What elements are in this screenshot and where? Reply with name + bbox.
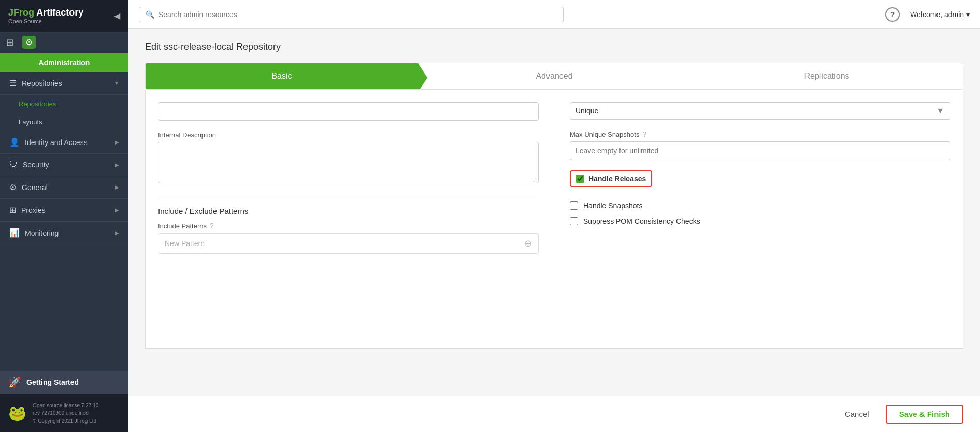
- chevron-right-icon: ▶: [115, 207, 119, 213]
- handle-snapshots-checkbox[interactable]: [570, 201, 578, 210]
- snapshots-select-wrapper: Unique Non-Unique Deployer ▼: [570, 102, 950, 120]
- repo-key-input[interactable]: [158, 102, 539, 121]
- tab-basic[interactable]: Basic: [146, 63, 418, 89]
- max-unique-label: Max Unique Snapshots ?: [570, 130, 950, 138]
- include-patterns-input-wrapper[interactable]: New Pattern ⊕: [158, 233, 539, 254]
- gear-icon: ⚙: [9, 182, 17, 192]
- snapshots-group: Unique Non-Unique Deployer ▼: [570, 102, 950, 120]
- sidebar-item-repositories[interactable]: ☰ Repositories ▼: [0, 72, 128, 95]
- max-unique-input[interactable]: [570, 141, 950, 160]
- collapse-button[interactable]: ◀: [114, 11, 120, 21]
- include-patterns-label: Include Patterns ?: [158, 222, 539, 230]
- sidebar-item-label: Identity and Access: [25, 138, 110, 147]
- page-content: Edit ssc-release-local Repository Basic …: [128, 29, 980, 396]
- cancel-button[interactable]: Cancel: [837, 406, 877, 423]
- handle-snapshots-group: Handle Snapshots: [570, 201, 950, 210]
- suppress-pom-group: Suppress POM Consistency Checks: [570, 217, 950, 225]
- sidebar-item-label: Monitoring: [25, 229, 110, 237]
- handle-releases-label: Handle Releases: [588, 175, 646, 183]
- suppress-pom-label: Suppress POM Consistency Checks: [583, 217, 700, 225]
- getting-started-bar[interactable]: 🚀 Getting Started: [0, 371, 128, 394]
- sidebar-icons-row: ⊞ ⚙: [0, 32, 128, 53]
- search-icon: 🔍: [146, 10, 154, 19]
- help-button[interactable]: ?: [885, 7, 900, 22]
- sidebar-item-proxies[interactable]: ⊞ Proxies ▶: [0, 199, 128, 222]
- sidebar-sub-repositories[interactable]: Repositories: [0, 95, 128, 113]
- admin-label: Administration: [0, 53, 128, 72]
- form-right: Unique Non-Unique Deployer ▼ Max Unique …: [570, 102, 950, 336]
- repo-key-group: [158, 102, 539, 121]
- main-area: 🔍 ? Welcome, admin ▾ Edit ssc-release-lo…: [128, 0, 980, 432]
- include-patterns-placeholder: New Pattern: [165, 239, 205, 248]
- include-exclude-title: Include / Exclude Patterns: [158, 207, 539, 215]
- sidebar-item-monitoring[interactable]: 📊 Monitoring ▶: [0, 222, 128, 244]
- grid-icon[interactable]: ⊞: [6, 37, 14, 48]
- sidebar-item-label: Security: [23, 161, 110, 169]
- sidebar: JFrog Artifactory Open Source ◀ ⊞ ⚙ Admi…: [0, 0, 128, 432]
- page-title: Edit ssc-release-local Repository: [145, 41, 963, 52]
- sidebar-sub-label: Layouts: [19, 118, 42, 126]
- internal-desc-group: Internal Description: [158, 131, 539, 185]
- sidebar-item-label: Repositories: [22, 79, 109, 88]
- getting-started-label: Getting Started: [26, 378, 79, 386]
- app-title: JFrog Artifactory: [8, 7, 83, 18]
- rocket-icon: 🚀: [8, 376, 21, 388]
- handle-snapshots-label: Handle Snapshots: [583, 201, 642, 210]
- internal-desc-label: Internal Description: [158, 131, 539, 139]
- chevron-down-icon: ▼: [114, 80, 119, 86]
- add-pattern-icon[interactable]: ⊕: [524, 238, 532, 249]
- include-patterns-help-icon[interactable]: ?: [210, 222, 214, 230]
- welcome-user[interactable]: Welcome, admin ▾: [910, 10, 970, 19]
- search-box[interactable]: 🔍: [139, 7, 564, 22]
- repositories-icon: ☰: [9, 78, 17, 88]
- settings-icon[interactable]: ⚙: [22, 36, 36, 49]
- wizard-tabs: Basic Advanced Replications: [145, 63, 963, 90]
- tab-advanced[interactable]: Advanced: [418, 63, 690, 89]
- chevron-right-icon: ▶: [115, 184, 119, 190]
- user-icon: 👤: [9, 137, 20, 147]
- handle-releases-group: Handle Releases: [570, 170, 950, 194]
- sidebar-item-security[interactable]: 🛡 Security ▶: [0, 154, 128, 176]
- save-finish-button[interactable]: Save & Finish: [886, 405, 963, 424]
- sidebar-item-label: General: [22, 183, 110, 192]
- handle-releases-checkbox[interactable]: [576, 175, 584, 183]
- search-input[interactable]: [158, 10, 557, 19]
- sidebar-item-label: Proxies: [21, 206, 110, 214]
- sidebar-header: JFrog Artifactory Open Source ◀: [0, 0, 128, 32]
- sidebar-item-general[interactable]: ⚙ General ▶: [0, 176, 128, 199]
- sidebar-sub-label: Repositories: [19, 100, 56, 108]
- snapshots-select[interactable]: Unique Non-Unique Deployer: [570, 102, 950, 120]
- sidebar-nav: ☰ Repositories ▼ Repositories Layouts 👤 …: [0, 72, 128, 371]
- form-left: Internal Description Include / Exclude P…: [158, 102, 539, 336]
- form-area: Internal Description Include / Exclude P…: [145, 90, 963, 349]
- proxy-icon: ⊞: [9, 205, 16, 215]
- shield-icon: 🛡: [9, 160, 18, 169]
- chevron-right-icon: ▶: [115, 139, 119, 145]
- sidebar-sub-layouts[interactable]: Layouts: [0, 113, 128, 131]
- sidebar-footer: 🐸 Open source license 7.27.10 rev 727109…: [0, 394, 128, 432]
- chevron-right-icon: ▶: [115, 230, 119, 236]
- app-edition: Open Source: [8, 18, 83, 24]
- chevron-right-icon: ▶: [115, 162, 119, 168]
- footer-actions: Cancel Save & Finish: [128, 396, 980, 432]
- suppress-pom-checkbox[interactable]: [570, 217, 578, 225]
- tab-replications[interactable]: Replications: [690, 63, 963, 89]
- monitoring-icon: 📊: [9, 228, 20, 238]
- section-divider: [158, 196, 539, 196]
- jfrog-footer-logo: 🐸: [8, 405, 26, 422]
- include-patterns-group: Include Patterns ? New Pattern ⊕: [158, 222, 539, 254]
- max-unique-group: Max Unique Snapshots ?: [570, 130, 950, 160]
- footer-text: Open source license 7.27.10 rev 72710900…: [33, 401, 98, 425]
- max-unique-help-icon[interactable]: ?: [642, 130, 646, 138]
- internal-desc-textarea[interactable]: [158, 142, 539, 183]
- handle-releases-wrapper: Handle Releases: [570, 170, 652, 187]
- topbar-right: ? Welcome, admin ▾: [885, 7, 970, 22]
- topbar: 🔍 ? Welcome, admin ▾: [128, 0, 980, 29]
- sidebar-item-identity[interactable]: 👤 Identity and Access ▶: [0, 131, 128, 154]
- logo-area: JFrog Artifactory Open Source: [8, 7, 83, 24]
